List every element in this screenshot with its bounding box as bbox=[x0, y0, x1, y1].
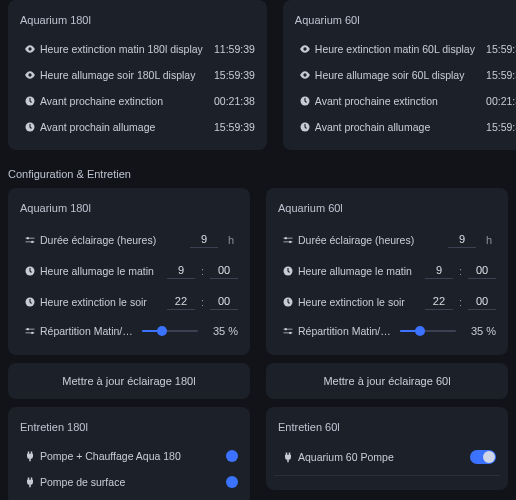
morning-hour-input[interactable]: 9 bbox=[167, 262, 195, 279]
card-title: Aquarium 180l bbox=[20, 202, 238, 214]
sensor-value: 15:59:39 bbox=[475, 121, 516, 133]
divider bbox=[274, 475, 500, 476]
sensor-value: 00:21:38 bbox=[203, 95, 255, 107]
evening-label: Heure extinction le soir bbox=[40, 296, 167, 308]
slider-icon bbox=[278, 325, 298, 337]
sensor-label: Avant prochaine extinction bbox=[315, 95, 475, 107]
evening-row: Heure extinction le soir 22 : 00 bbox=[274, 286, 500, 317]
split-percent: 35 % bbox=[204, 325, 238, 337]
svg-point-8 bbox=[27, 328, 29, 330]
split-slider[interactable] bbox=[400, 324, 456, 338]
switch-label: Aquarium 60 Pompe bbox=[298, 451, 470, 463]
sensor-row: Heure extinction matin 180l display11:59… bbox=[16, 36, 259, 62]
duration-input[interactable]: 9 bbox=[190, 231, 218, 248]
morning-label: Heure allumage le matin bbox=[298, 265, 425, 277]
duration-input[interactable]: 9 bbox=[448, 231, 476, 248]
sensor-label: Avant prochaine extinction bbox=[40, 95, 203, 107]
evening-label: Heure extinction le soir bbox=[298, 296, 425, 308]
evening-hour-input[interactable]: 22 bbox=[425, 293, 453, 310]
sensor-value: 15:59:39 bbox=[203, 121, 255, 133]
sensor-row: Avant prochain allumage15:59:39 bbox=[291, 114, 516, 140]
svg-point-10 bbox=[285, 236, 287, 238]
duration-label: Durée éclairage (heures) bbox=[298, 234, 448, 246]
svg-point-11 bbox=[289, 240, 291, 242]
card-title: Aquarium 180l bbox=[20, 14, 255, 26]
card-title: Entretien 60l bbox=[278, 421, 496, 433]
eye-icon bbox=[295, 69, 315, 81]
update-button-180[interactable]: Mettre à jour éclairage 180l bbox=[8, 363, 250, 399]
clock-icon bbox=[20, 121, 40, 133]
toggle-switch[interactable] bbox=[226, 450, 238, 462]
clock-icon bbox=[20, 265, 40, 277]
eye-icon bbox=[20, 43, 40, 55]
maint-card-60: Entretien 60l Aquarium 60 Pompe bbox=[266, 407, 508, 490]
evening-min-input[interactable]: 00 bbox=[468, 293, 496, 310]
card-title: Aquarium 60l bbox=[295, 14, 516, 26]
eye-icon bbox=[295, 43, 315, 55]
switch-label: Pompe + Chauffage Aqua 180 bbox=[40, 450, 226, 462]
switch-label: Pompe de surface bbox=[40, 476, 226, 488]
svg-point-15 bbox=[289, 332, 291, 334]
duration-row: Durée éclairage (heures) 9 h bbox=[16, 224, 242, 255]
slider-icon bbox=[20, 325, 40, 337]
split-label: Répartition Matin/Soir … bbox=[40, 325, 136, 337]
sensor-label: Heure extinction matin 180l display bbox=[40, 43, 203, 55]
split-row: Répartition Matin/Soir … 35 % bbox=[274, 317, 500, 345]
sensor-row: Avant prochaine extinction00:21:38 bbox=[16, 88, 259, 114]
morning-hour-input[interactable]: 9 bbox=[425, 262, 453, 279]
svg-point-5 bbox=[31, 240, 33, 242]
sensor-value: 15:59:39 bbox=[475, 43, 516, 55]
morning-min-input[interactable]: 00 bbox=[210, 262, 238, 279]
maint-card-180: Entretien 180l Pompe + Chauffage Aqua 18… bbox=[8, 407, 250, 500]
clock-icon bbox=[278, 265, 298, 277]
switch-row: Aquarium 60 Pompe bbox=[274, 443, 500, 471]
sensor-label: Avant prochain allumage bbox=[40, 121, 203, 133]
clock-icon bbox=[295, 121, 315, 133]
morning-row: Heure allumage le matin 9 : 00 bbox=[16, 255, 242, 286]
plug-icon bbox=[20, 476, 40, 488]
sensor-row: Heure allumage soir 60L display15:59:39 bbox=[291, 62, 516, 88]
svg-point-4 bbox=[27, 236, 29, 238]
config-card-180: Aquarium 180l Durée éclairage (heures) 9… bbox=[8, 188, 250, 355]
duration-row: Durée éclairage (heures) 9 h bbox=[274, 224, 500, 255]
plug-icon bbox=[20, 450, 40, 462]
sensor-row: Avant prochaine extinction00:21:38 bbox=[291, 88, 516, 114]
svg-point-14 bbox=[285, 328, 287, 330]
clock-icon bbox=[20, 95, 40, 107]
duration-unit: h bbox=[224, 234, 238, 246]
evening-min-input[interactable]: 00 bbox=[210, 293, 238, 310]
duration-unit: h bbox=[482, 234, 496, 246]
sensor-row: Heure allumage soir 180L display15:59:39 bbox=[16, 62, 259, 88]
sensor-label: Avant prochain allumage bbox=[315, 121, 475, 133]
split-row: Répartition Matin/Soir … 35 % bbox=[16, 317, 242, 345]
config-card-60: Aquarium 60l Durée éclairage (heures) 9 … bbox=[266, 188, 508, 355]
morning-min-input[interactable]: 00 bbox=[468, 262, 496, 279]
sensor-row: Avant prochain allumage15:59:39 bbox=[16, 114, 259, 140]
switch-row: Pompe + Chauffage Aqua 180 bbox=[16, 443, 242, 469]
split-label: Répartition Matin/Soir … bbox=[298, 325, 394, 337]
eye-icon bbox=[20, 69, 40, 81]
status-card-60: Aquarium 60l Heure extinction matin 60L … bbox=[283, 0, 516, 150]
card-title: Aquarium 60l bbox=[278, 202, 496, 214]
split-percent: 35 % bbox=[462, 325, 496, 337]
split-slider[interactable] bbox=[142, 324, 198, 338]
switch-row: Pompe de surface bbox=[16, 469, 242, 495]
card-title: Entretien 180l bbox=[20, 421, 238, 433]
slider-icon bbox=[20, 234, 40, 246]
sensor-value: 15:59:39 bbox=[475, 69, 516, 81]
clock-icon bbox=[278, 296, 298, 308]
update-button-60[interactable]: Mettre à jour éclairage 60l bbox=[266, 363, 508, 399]
clock-icon bbox=[295, 95, 315, 107]
plug-icon bbox=[278, 451, 298, 463]
morning-label: Heure allumage le matin bbox=[40, 265, 167, 277]
toggle-switch[interactable] bbox=[470, 450, 496, 464]
slider-icon bbox=[278, 234, 298, 246]
evening-hour-input[interactable]: 22 bbox=[167, 293, 195, 310]
sensor-value: 15:59:39 bbox=[203, 69, 255, 81]
toggle-switch[interactable] bbox=[226, 476, 238, 488]
svg-point-9 bbox=[31, 332, 33, 334]
sensor-label: Heure extinction matin 60L display bbox=[315, 43, 475, 55]
duration-label: Durée éclairage (heures) bbox=[40, 234, 190, 246]
section-config-title: Configuration & Entretien bbox=[8, 168, 508, 180]
evening-row: Heure extinction le soir 22 : 00 bbox=[16, 286, 242, 317]
